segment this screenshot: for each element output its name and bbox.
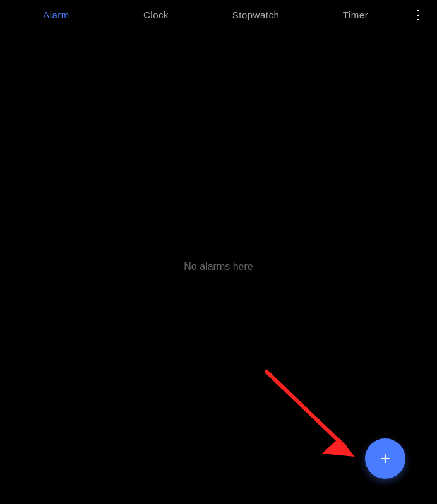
arrow-annotation <box>248 365 374 466</box>
empty-alarms-message: No alarms here <box>184 261 253 273</box>
plus-icon: + <box>380 450 390 467</box>
tab-stopwatch[interactable]: Stopwatch <box>206 0 306 29</box>
tab-clock[interactable]: Clock <box>106 0 206 29</box>
nav-bar: Alarm Clock Stopwatch Timer ⋮ <box>0 0 437 29</box>
add-alarm-button[interactable]: + <box>365 438 405 479</box>
svg-marker-1 <box>322 438 355 457</box>
more-options-icon[interactable]: ⋮ <box>405 0 431 29</box>
tab-alarm[interactable]: Alarm <box>6 0 106 29</box>
tab-timer[interactable]: Timer <box>306 0 405 29</box>
svg-line-0 <box>266 372 345 447</box>
main-content: No alarms here + <box>0 29 437 504</box>
